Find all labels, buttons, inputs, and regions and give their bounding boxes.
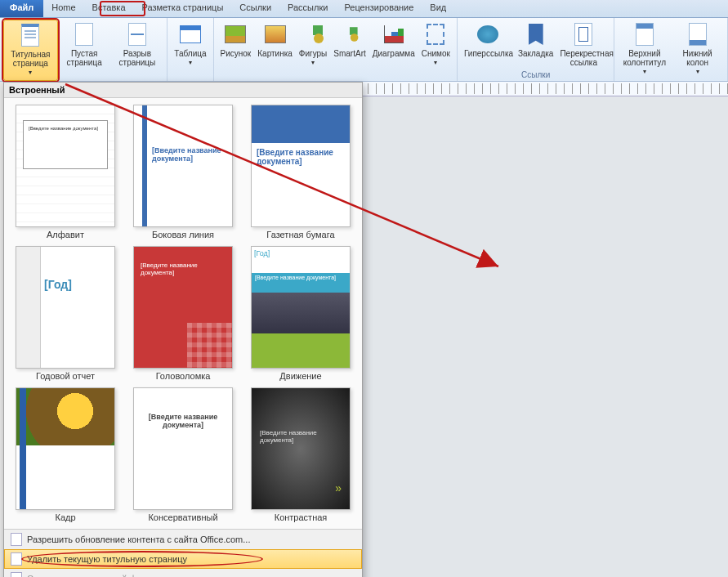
clipart-button[interactable]: Картинка <box>254 20 296 81</box>
office-icon <box>11 533 22 546</box>
group-illustrations: Рисунок Картинка Фигуры SmartArt Диаграм… <box>214 18 458 81</box>
tab-home[interactable]: Home <box>43 0 83 17</box>
tab-review[interactable]: Рецензирование <box>336 0 422 17</box>
tab-mailings[interactable]: Рассылки <box>279 0 336 17</box>
picture-button[interactable]: Рисунок <box>217 20 255 81</box>
thumb-newsprint[interactable]: [Введите название документа] Газетная бу… <box>246 105 355 239</box>
bookmark-icon <box>523 21 549 47</box>
footer-button[interactable]: Нижний колон <box>671 20 724 81</box>
thumb-frame[interactable]: Кадр <box>11 387 120 522</box>
document-area <box>360 82 728 577</box>
screenshot-icon <box>422 21 449 47</box>
picture-icon <box>222 21 248 47</box>
footer-delete-title-page[interactable]: Удалить текущую титульную страницу <box>4 549 362 569</box>
title-page-gallery: Встроенный [Введите название документа] … <box>3 82 363 577</box>
thumb-alphabet[interactable]: [Введите название документа] Алфавит <box>11 105 120 239</box>
group-header-footer: Верхний колонтитул Нижний колон <box>614 18 728 81</box>
tab-view[interactable]: Вид <box>422 0 454 17</box>
horizontal-ruler[interactable] <box>360 82 728 96</box>
header-button[interactable]: Верхний колонтитул <box>618 20 671 81</box>
smartart-icon <box>337 21 363 47</box>
chart-button[interactable]: Диаграмма <box>369 20 418 81</box>
thumb-motion[interactable]: [Год][Введите название документа] Движен… <box>246 246 355 381</box>
thumb-annual[interactable]: [Год] Годовой отчет <box>11 246 120 381</box>
group-links-label: Ссылки <box>461 69 610 81</box>
tab-file[interactable]: Файл <box>0 0 43 17</box>
ribbon: Титульная страница Пустая страница Разры… <box>0 18 728 82</box>
footer-office-update[interactable]: Разрешить обновление контента с сайта Of… <box>4 530 362 549</box>
blank-page-icon <box>71 21 97 47</box>
hyperlink-button[interactable]: Гиперссылка <box>461 20 515 69</box>
menu-tabs: Файл Home Вставка Разметка страницы Ссыл… <box>0 0 728 18</box>
footer-icon <box>685 21 711 47</box>
header-icon <box>632 21 658 47</box>
blank-page-button[interactable]: Пустая страница <box>58 20 111 81</box>
title-page-icon <box>17 22 43 48</box>
crossref-icon <box>570 21 596 47</box>
thumb-conservative[interactable]: [Введите название документа] Консерватив… <box>128 387 238 522</box>
gallery-grid: [Введите название документа] Алфавит [Вв… <box>4 98 362 529</box>
tab-page-layout[interactable]: Разметка страницы <box>134 0 232 17</box>
screenshot-button[interactable]: Снимок <box>418 20 453 81</box>
crossref-button[interactable]: Перекрестная ссылка <box>556 20 610 69</box>
tab-insert[interactable]: Вставка <box>84 0 134 17</box>
table-button[interactable]: Таблица <box>171 20 209 81</box>
save-fragment-icon <box>11 572 22 577</box>
shapes-icon <box>300 21 326 47</box>
table-icon <box>177 21 203 47</box>
group-links: Гиперссылка Закладка Перекрестная ссылка… <box>458 18 614 81</box>
gallery-footer: Разрешить обновление контента с сайта Of… <box>4 529 362 577</box>
tab-references[interactable]: Ссылки <box>231 0 279 17</box>
group-pages: Титульная страница Пустая страница Разры… <box>0 18 167 81</box>
footer-save-selection: Сохранить выделенный фрагмент в коллекци… <box>4 569 362 577</box>
smartart-button[interactable]: SmartArt <box>330 20 368 81</box>
delete-page-icon <box>11 552 22 566</box>
hyperlink-icon <box>475 21 501 47</box>
shapes-button[interactable]: Фигуры <box>296 20 330 81</box>
chart-icon <box>381 21 407 47</box>
clipart-icon <box>262 21 288 47</box>
thumb-puzzle[interactable]: [Введите название документа] Головоломка <box>128 246 238 381</box>
page-break-button[interactable]: Разрыв страницы <box>111 20 164 81</box>
thumb-contrast[interactable]: [Введите название документа]» Контрастна… <box>246 387 355 522</box>
thumb-sideline[interactable]: [Введите название документа] Боковая лин… <box>128 105 238 239</box>
bookmark-button[interactable]: Закладка <box>515 20 556 69</box>
page-break-icon <box>124 21 150 47</box>
gallery-section-header: Встроенный <box>4 83 362 98</box>
group-tables: Таблица <box>167 18 213 81</box>
title-page-button[interactable]: Титульная страница <box>3 20 58 81</box>
